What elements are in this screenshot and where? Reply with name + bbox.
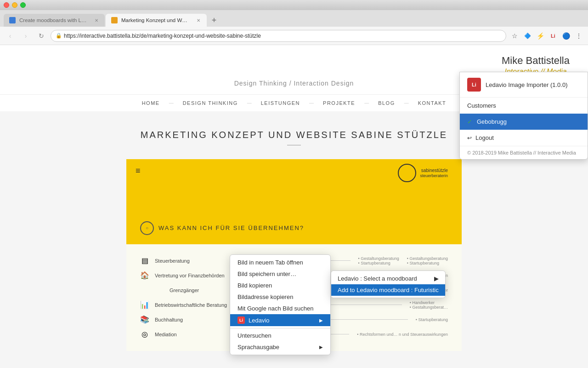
- ledavio-header: Li Ledavio Image Importer (1.0.0): [460, 72, 588, 98]
- context-menu: Bild in neuem Tab öffnen Bild speichern …: [230, 254, 331, 355]
- nav-blog[interactable]: BLOG: [369, 95, 404, 111]
- tab-2-label: Marketing Konzept und Webs…: [121, 17, 190, 23]
- row-icon-1: ▤: [140, 256, 149, 265]
- row-items-6: • Rechtsformen und… n und Steuerauswirku…: [355, 332, 448, 337]
- extension-icon-2[interactable]: ⚡: [535, 30, 546, 41]
- ctx-inspect[interactable]: Untersuchen: [230, 328, 330, 341]
- ctx-ledavio-row: Li Ledavio: [237, 316, 270, 324]
- os-chrome: [0, 0, 588, 10]
- maximize-button[interactable]: [20, 2, 26, 8]
- ledavio-panel-title: Ledavio Image Importer (1.0.0): [486, 81, 567, 88]
- browser: Create moodboards with Leda… ✕ Marketing…: [0, 10, 588, 45]
- tab-1-favicon: [9, 17, 16, 23]
- submenu-select-moodboard[interactable]: Ledavio : Select a moodboard ▶: [331, 273, 445, 284]
- logo-circle: [398, 164, 416, 182]
- logout-label: Logout: [475, 134, 494, 141]
- tab-2-favicon: [111, 17, 118, 23]
- nav-kontakt[interactable]: KONTAKT: [409, 95, 456, 111]
- ctx-copy-address[interactable]: Bildadresse kopieren: [230, 291, 330, 303]
- ctx-search-google[interactable]: Mit Google nach Bild suchen: [230, 303, 330, 314]
- ctx-save-image[interactable]: Bild speichern unter…: [230, 268, 330, 280]
- row-label-3: Grenzgänger: [155, 288, 228, 293]
- ctx-speech[interactable]: Sprachausgabe ▶: [230, 341, 330, 353]
- row-icon-3: [140, 286, 149, 295]
- page: Mike Battistella Interactive // Media De…: [0, 45, 588, 368]
- address-bar[interactable]: 🔒 https://interactive.battistella.biz/de…: [51, 30, 506, 42]
- tab-1-close[interactable]: ✕: [93, 17, 99, 23]
- question-text: WAS KANN ICH FÜR SIE ÜBERNEHMEN?: [158, 224, 304, 231]
- tab-bar: Create moodboards with Leda… ✕ Marketing…: [0, 10, 588, 27]
- ledavio-logo: Li: [467, 78, 481, 92]
- check-icon: ✓: [467, 118, 472, 125]
- nav-design-thinking[interactable]: DESIGN THINKING: [174, 95, 247, 111]
- submenu-add-futuristic[interactable]: Add to Ledavio moodboard : Futuristic: [331, 284, 445, 296]
- close-button[interactable]: [4, 2, 9, 8]
- new-tab-button[interactable]: +: [208, 14, 220, 27]
- back-button[interactable]: ‹: [4, 29, 17, 42]
- tab-2-close[interactable]: ✕: [195, 17, 201, 23]
- gebobrugg-label: Gebobrugg: [477, 118, 507, 125]
- ctx-open-tab[interactable]: Bild in neuem Tab öffnen: [230, 257, 330, 268]
- row-items-1b: • Gestaltungsberatung• Startupberatung: [405, 256, 448, 265]
- ctx-copy-image[interactable]: Bild kopieren: [230, 280, 330, 291]
- row-icon-2: 🏠: [140, 271, 149, 280]
- row-icon-6: ◎: [140, 330, 149, 339]
- extension-icon-3[interactable]: Li: [548, 30, 559, 41]
- row-items-1: • Gestaltungsberatung• Startupberatung: [356, 256, 399, 265]
- logout-icon: ↩: [467, 135, 472, 141]
- tab-2[interactable]: Marketing Konzept und Webs… ✕: [106, 14, 207, 27]
- question-circle: ○: [140, 221, 154, 235]
- nav-sep-5: —: [404, 95, 409, 111]
- ledavio-gebobrugg[interactable]: ✓ Gebobrugg: [460, 114, 588, 130]
- extension-icon-1[interactable]: 🔷: [522, 30, 533, 41]
- title-divider: [287, 145, 301, 145]
- lock-icon: 🔒: [56, 33, 62, 39]
- ledavio-submenu: Ledavio : Select a moodboard ▶ Add to Le…: [331, 270, 446, 298]
- row-icon-5: 📚: [140, 315, 149, 324]
- speech-arrow: ▶: [319, 345, 323, 350]
- ledavio-customers[interactable]: Customers: [460, 98, 588, 114]
- ledavio-logout[interactable]: ↩ Logout: [460, 130, 588, 146]
- ledavio-arrow: ▶: [319, 318, 323, 323]
- toolbar-icons: ☆ 🔷 ⚡ Li 🔵 ⋮: [509, 30, 584, 41]
- preview-logo: sabinestützlesteuerberaterin: [398, 164, 448, 182]
- nav-sep-1: —: [169, 95, 174, 111]
- more-button[interactable]: ⋮: [573, 30, 584, 41]
- refresh-button[interactable]: ↻: [35, 29, 48, 42]
- logo-text: sabinestützlesteuerberaterin: [420, 168, 448, 178]
- nav-sep-2: —: [247, 95, 252, 111]
- row-label-5: Buchhaltung: [155, 317, 228, 322]
- hamburger-icon: ≡: [136, 166, 141, 176]
- minimize-button[interactable]: [12, 2, 17, 8]
- nav-leistungen[interactable]: LEISTUNGEN: [252, 95, 309, 111]
- ledavio-footer: © 2018-2019 Mike Battistella // Interact…: [460, 146, 588, 159]
- row-label-4: Betriebswirtschaftliche Beratung: [155, 302, 228, 308]
- forward-button[interactable]: ›: [19, 29, 32, 42]
- preview-yellow-header: ≡ sabinestützlesteuerberaterin ○ WAS KAN…: [126, 159, 462, 244]
- row-label-2: Vertretung vor Finanzbehörden: [155, 273, 228, 278]
- row-icon-4: 📊: [140, 300, 149, 310]
- star-icon[interactable]: ☆: [509, 30, 520, 41]
- tab-1[interactable]: Create moodboards with Leda… ✕: [4, 14, 105, 27]
- preview-question: ○ WAS KANN ICH FÜR SIE ÜBERNEHMEN?: [140, 221, 448, 235]
- nav-projekte[interactable]: PROJEKTE: [314, 95, 364, 111]
- ctx-ledavio[interactable]: Li Ledavio ▶: [230, 314, 330, 326]
- customers-label: Customers: [467, 102, 496, 109]
- nav-sep-4: —: [364, 95, 369, 111]
- brand-name: Mike Battistella: [502, 54, 570, 68]
- address-text: https://interactive.battistella.biz/de/m…: [64, 33, 261, 39]
- toolbar: ‹ › ↻ 🔒 https://interactive.battistella.…: [0, 27, 588, 45]
- row-items-5: • Startupberatung: [413, 317, 448, 322]
- nav-home[interactable]: HOME: [133, 95, 169, 111]
- extension-icon-4[interactable]: 🔵: [560, 30, 571, 41]
- ledavio-panel: Li Ledavio Image Importer (1.0.0) Custom…: [459, 72, 588, 160]
- window-controls[interactable]: [4, 2, 26, 8]
- ledavio-ctx-icon: Li: [237, 316, 245, 324]
- submenu-arrow: ▶: [434, 275, 439, 282]
- tab-1-label: Create moodboards with Leda…: [19, 17, 88, 23]
- nav-sep-3: —: [309, 95, 314, 111]
- row-label-6: Mediation: [155, 332, 228, 337]
- row-items-4: • Handwerker• Gestaltungsberat…: [407, 300, 448, 310]
- row-label-1: Steuerberatung: [155, 258, 228, 264]
